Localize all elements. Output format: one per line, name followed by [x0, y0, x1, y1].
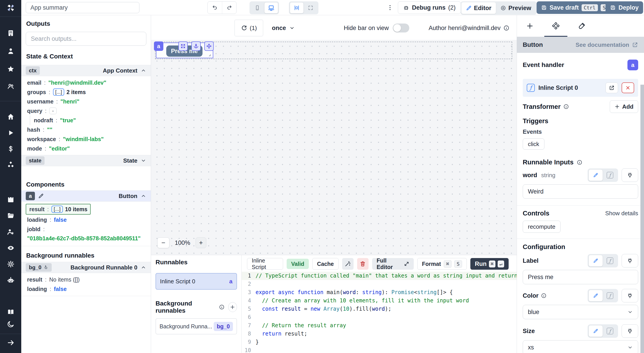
ai-assist-button[interactable] — [342, 258, 354, 270]
schedule-dropdown[interactable]: once — [272, 20, 295, 36]
add-transformer-button[interactable]: Add — [610, 100, 638, 113]
sidebar-item-gear[interactable] — [7, 260, 14, 268]
recompute-pill[interactable]: recompute — [523, 221, 560, 233]
hide-bar-toggle[interactable] — [393, 24, 409, 33]
sidebar-item-book[interactable] — [7, 308, 14, 316]
selected-component[interactable]: a Press me — [156, 43, 213, 58]
format-button[interactable]: Format ⌘ S — [417, 258, 467, 270]
inline-script-kind-button[interactable]: Inline Script — [247, 258, 283, 270]
bg0-section-header[interactable]: bg_0 Background Runnable 0 — [21, 262, 151, 273]
refresh-button[interactable]: (1) — [234, 20, 263, 36]
editor-tab[interactable]: Editor — [462, 2, 496, 14]
canvas-grid[interactable]: a Press me − 100% + — [151, 40, 517, 255]
redo-button[interactable] — [222, 2, 236, 14]
remove-script-button[interactable] — [622, 82, 634, 93]
sidebar-item-calendar[interactable] — [7, 196, 14, 203]
app-summary-input[interactable] — [26, 2, 140, 13]
tab-component-settings[interactable] — [543, 15, 569, 37]
sidebar-item-person[interactable] — [7, 47, 14, 55]
chevron-down-icon[interactable] — [140, 158, 146, 164]
desktop-view-button[interactable] — [264, 2, 278, 14]
zoom-out-button[interactable]: − — [157, 237, 170, 248]
full-width-layout-button[interactable] — [304, 2, 318, 14]
sidebar-item-home[interactable] — [7, 113, 14, 121]
eval-mode-button[interactable]: ƒ — [603, 292, 617, 299]
full-editor-button[interactable]: Full Editor — [372, 258, 414, 270]
debug-runs-button[interactable]: Debug runs (2) — [398, 1, 461, 14]
sidebar-item-play[interactable] — [7, 129, 14, 137]
delete-script-button[interactable] — [357, 258, 368, 270]
resize-corner-handle[interactable] — [206, 52, 212, 57]
tab-insert-component[interactable] — [517, 15, 543, 37]
label-value-input[interactable] — [523, 270, 638, 284]
word-value-input[interactable] — [523, 184, 638, 199]
sidebar-item-user-group[interactable] — [7, 83, 14, 90]
sidebar-item-building[interactable] — [7, 29, 14, 37]
expand-toggle[interactable]: - — [49, 108, 56, 114]
size-select[interactable]: xs — [523, 340, 638, 353]
sidebar-item-cubes[interactable] — [7, 161, 14, 169]
show-details-link[interactable]: Show details — [605, 210, 638, 217]
inline-script-row[interactable]: ƒ Inline Script 0 — [523, 79, 638, 97]
tab-styling[interactable] — [569, 15, 595, 37]
color-select[interactable]: blue — [523, 305, 638, 319]
chevron-up-icon[interactable] — [140, 68, 146, 74]
more-menu-button[interactable] — [386, 1, 394, 14]
sidebar-item-star[interactable] — [7, 65, 14, 73]
colon: : — [45, 108, 46, 114]
sidebar-item-moon[interactable] — [7, 320, 14, 328]
word-connect-button[interactable] — [622, 168, 638, 182]
preview-tab[interactable]: Preview — [496, 2, 536, 14]
mobile-view-button[interactable] — [250, 2, 264, 14]
code-editor[interactable]: 1// TypeScript function called "main" th… — [242, 270, 517, 353]
component-a-section-header[interactable]: a Button — [21, 190, 151, 202]
ctx-section-header[interactable]: ctx App Context — [21, 65, 151, 76]
color-connect-button[interactable] — [622, 289, 638, 302]
anchor-handle[interactable] — [191, 42, 201, 51]
info-icon[interactable] — [541, 293, 547, 298]
expand-handle[interactable] — [178, 42, 188, 51]
static-mode-button[interactable] — [588, 255, 603, 266]
search-outputs-input[interactable] — [26, 32, 146, 46]
static-mode-button[interactable] — [588, 169, 603, 181]
label-connect-button[interactable] — [622, 254, 638, 267]
run-button[interactable]: Run ⌘ ↵ — [470, 258, 508, 270]
sidebar-item-arrow-right[interactable] — [7, 339, 14, 346]
sidebar-item-dollar[interactable] — [7, 145, 14, 153]
info-icon[interactable] — [563, 104, 569, 110]
eval-mode-button[interactable]: ƒ — [603, 172, 617, 179]
expand-toggle[interactable]: [...] — [53, 89, 64, 96]
info-icon[interactable] — [503, 25, 510, 31]
move-handle[interactable] — [204, 42, 214, 51]
deploy-button[interactable]: Deploy — [606, 1, 643, 14]
runnable-inline-script-0[interactable]: Inline Script 0 a — [156, 273, 237, 290]
eval-mode-button[interactable]: ƒ — [603, 328, 617, 334]
size-connect-button[interactable] — [622, 324, 638, 338]
sidebar-item-robot[interactable] — [7, 276, 14, 284]
static-mode-button[interactable] — [588, 290, 603, 301]
sidebar-item-users-gear[interactable] — [7, 228, 14, 236]
chevron-up-icon[interactable] — [140, 264, 146, 270]
sidebar-item-eye[interactable] — [7, 244, 14, 252]
rename-pencil-icon[interactable] — [38, 193, 44, 199]
sidebar-item-folder[interactable] — [7, 212, 14, 219]
windmill-logo[interactable] — [6, 3, 16, 13]
bg-runnable-item[interactable]: Background Runna... bg_0 — [156, 318, 237, 334]
info-icon[interactable] — [577, 159, 582, 165]
center-layout-button[interactable] — [290, 2, 304, 14]
open-script-button[interactable] — [606, 82, 618, 93]
add-bg-runnable-button[interactable] — [228, 302, 237, 312]
see-documentation-link[interactable]: See documentation — [576, 42, 638, 48]
state-section-header[interactable]: state State — [21, 155, 151, 166]
static-mode-button[interactable] — [588, 325, 603, 337]
save-draft-button[interactable]: Save draft Ctrl S — [536, 1, 612, 14]
scrollbar-thumb[interactable] — [640, 85, 644, 353]
cache-button[interactable]: Cache — [312, 258, 338, 270]
undo-button[interactable] — [208, 2, 222, 14]
chevron-up-icon[interactable] — [140, 193, 146, 199]
eval-mode-button[interactable]: ƒ — [603, 257, 617, 264]
expand-toggle[interactable]: [...] — [52, 206, 63, 213]
zoom-in-button[interactable]: + — [196, 237, 206, 248]
info-icon[interactable] — [219, 304, 225, 310]
click-event-pill[interactable]: click — [523, 138, 544, 150]
